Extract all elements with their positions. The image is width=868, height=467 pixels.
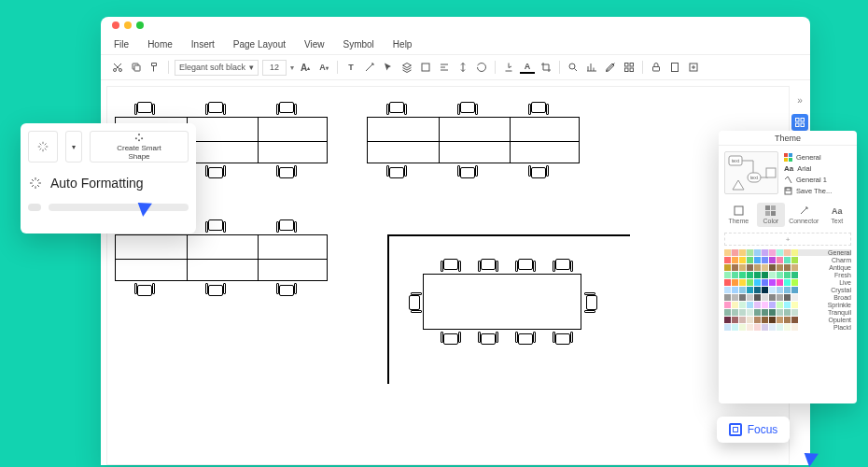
spark-dropdown[interactable]: ▾ [65, 131, 82, 163]
spacing-icon[interactable] [455, 60, 470, 75]
swatch-row[interactable]: Live [724, 279, 851, 286]
chart-icon[interactable] [584, 60, 599, 75]
create-smart-shape-button[interactable]: Create Smart Shape [90, 131, 189, 163]
align-icon[interactable] [437, 60, 452, 75]
text-color-icon[interactable]: A [520, 61, 535, 74]
font-size[interactable]: 12 [262, 60, 287, 76]
add-theme-button[interactable]: + [724, 233, 851, 246]
swatch-row[interactable]: Opulent [724, 317, 851, 323]
maximize-dot[interactable] [136, 21, 144, 29]
svg-rect-31 [789, 158, 792, 162]
svg-rect-28 [784, 153, 788, 157]
grid-icon[interactable] [622, 60, 637, 75]
page-icon[interactable] [667, 60, 682, 75]
swatch-row[interactable]: Sprinkle [724, 302, 851, 308]
menu-insert[interactable]: Insert [191, 39, 215, 50]
tab-text[interactable]: AaText [822, 203, 851, 227]
connector-icon[interactable] [362, 60, 377, 75]
shape-icon[interactable] [418, 60, 433, 75]
svg-rect-7 [625, 68, 629, 72]
swatch-row[interactable]: Placid [724, 324, 851, 331]
svg-text:text: text [732, 158, 740, 163]
menu-home[interactable]: Home [147, 39, 173, 50]
svg-rect-38 [771, 211, 776, 216]
swatch-row[interactable]: Fresh [724, 272, 851, 278]
theme-preview: text text [724, 151, 778, 194]
window-titlebar [101, 17, 810, 34]
svg-rect-30 [784, 158, 788, 162]
svg-rect-6 [630, 64, 634, 67]
svg-rect-34 [735, 206, 743, 215]
font-select[interactable]: Elegant soft black▾ [175, 60, 259, 76]
copy-icon[interactable] [129, 60, 144, 75]
rail-theme-icon[interactable] [791, 114, 808, 131]
rotate-icon[interactable] [474, 60, 489, 75]
swatch-row[interactable]: Tranquil [724, 309, 851, 316]
tab-connector[interactable]: Connector [789, 203, 819, 227]
menu-page-layout[interactable]: Page Layout [233, 39, 286, 50]
close-dot[interactable] [112, 21, 119, 29]
menu-file[interactable]: File [114, 39, 129, 50]
canvas[interactable] [106, 86, 790, 465]
font-increase-icon[interactable]: A▴ [298, 60, 313, 75]
tab-color[interactable]: Color [757, 203, 786, 227]
focus-button[interactable]: Focus [717, 417, 790, 443]
tab-theme[interactable]: Theme [724, 203, 753, 227]
focus-icon [729, 423, 742, 436]
theme-opt-general1[interactable]: General 1 [784, 176, 851, 184]
svg-point-19 [135, 137, 137, 139]
fill-icon[interactable] [501, 60, 516, 75]
swatch-row[interactable]: General [724, 249, 851, 256]
svg-text:text: text [750, 175, 759, 180]
svg-rect-5 [625, 64, 629, 67]
swatch-row[interactable]: Broad [724, 294, 851, 301]
more-icon[interactable] [686, 60, 701, 75]
svg-rect-10 [672, 64, 679, 72]
swatch-row[interactable]: Charm [724, 257, 851, 263]
svg-rect-37 [765, 211, 770, 216]
popover-slider[interactable] [28, 204, 189, 211]
svg-rect-26 [766, 168, 776, 177]
workspace: » fx [101, 80, 810, 465]
svg-rect-12 [796, 119, 800, 122]
theme-panel: Theme text text General AaArial General … [719, 131, 857, 403]
svg-rect-33 [786, 188, 791, 191]
auto-formatting-popover: ▾ Create Smart Shape Auto Formatting [21, 123, 196, 234]
menu-symbol[interactable]: Symbol [343, 39, 374, 50]
pen-icon[interactable] [603, 60, 618, 75]
cut-icon[interactable] [110, 60, 125, 75]
theme-opt-general[interactable]: General [784, 153, 851, 162]
lock-icon[interactable] [649, 60, 664, 75]
swatch-list: GeneralCharmAntiqueFreshLiveCrystalBroad… [719, 249, 857, 403]
font-decrease-icon[interactable]: A▾ [316, 60, 331, 75]
swatch-row[interactable]: Antique [724, 264, 851, 271]
zoom-icon[interactable] [566, 60, 581, 75]
layers-icon[interactable] [399, 60, 414, 75]
menu-view[interactable]: View [304, 39, 325, 50]
text-tool-icon[interactable]: T [343, 60, 358, 75]
app-window: File Home Insert Page Layout View Symbol… [101, 17, 810, 465]
menu-help[interactable]: Help [393, 39, 413, 50]
theme-panel-title: Theme [719, 131, 857, 146]
minimize-dot[interactable] [124, 21, 132, 29]
svg-point-1 [119, 69, 122, 72]
svg-rect-13 [801, 119, 805, 122]
spark-button[interactable] [28, 131, 58, 163]
theme-opt-save[interactable]: Save The... [784, 187, 851, 195]
svg-point-4 [569, 64, 575, 69]
popover-title: Auto Formatting [50, 176, 144, 191]
svg-rect-3 [422, 64, 429, 71]
crop-icon[interactable] [539, 60, 553, 75]
format-painter-icon[interactable] [147, 60, 162, 75]
toolbar: Elegant soft black▾ 12 ▾ A▴ A▾ T A [101, 54, 810, 80]
theme-opt-font[interactable]: AaArial [784, 164, 851, 173]
swatch-row[interactable]: Crystal [724, 287, 851, 293]
pointer-icon[interactable] [381, 60, 396, 75]
sparkle-icon [28, 176, 43, 191]
svg-point-0 [114, 69, 117, 72]
svg-rect-8 [630, 68, 634, 72]
svg-rect-15 [801, 123, 805, 127]
rail-expand-icon[interactable]: » [791, 92, 808, 108]
svg-point-20 [141, 137, 143, 139]
svg-rect-2 [134, 65, 140, 71]
